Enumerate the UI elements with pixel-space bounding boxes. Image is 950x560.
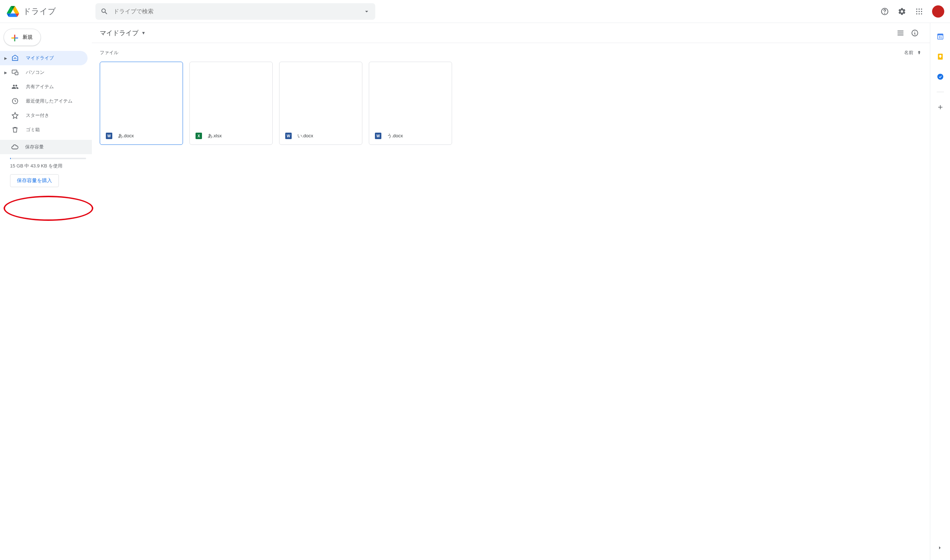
file-name: あ.xlsx	[208, 133, 222, 139]
new-button-label: 新規	[23, 34, 32, 40]
section-label: ファイル	[100, 49, 119, 56]
search-input[interactable]	[113, 8, 363, 15]
help-button[interactable]	[878, 4, 892, 18]
svg-point-5	[916, 11, 918, 12]
files-grid: W あ.docx X あ.xlsx W い.docx	[92, 60, 930, 147]
file-preview	[369, 62, 452, 127]
svg-point-9	[918, 13, 919, 14]
breadcrumb-label: マイドライブ	[100, 29, 139, 37]
svg-point-6	[918, 11, 919, 12]
buy-storage-button[interactable]: 保存容量を購入	[10, 174, 59, 187]
details-button[interactable]	[908, 26, 922, 40]
account-avatar[interactable]	[932, 5, 944, 18]
section-row: ファイル 名前	[92, 43, 930, 60]
svg-point-3	[918, 8, 919, 9]
sidebar-item-mydrive[interactable]: ▶ マイドライブ	[0, 51, 88, 65]
search-options-icon[interactable]	[363, 8, 370, 15]
svg-point-8	[916, 13, 918, 14]
sidebar-item-label: 共有アイテム	[26, 83, 54, 90]
star-icon	[11, 111, 19, 120]
shared-icon	[11, 83, 19, 91]
keep-app-icon[interactable]	[933, 49, 947, 64]
expand-icon[interactable]: ▶	[4, 71, 9, 75]
sidebar-item-label: マイドライブ	[26, 55, 54, 61]
word-icon: W	[106, 133, 112, 139]
sidebar-item-recent[interactable]: 最近使用したアイテム	[0, 94, 88, 108]
plus-icon	[10, 33, 18, 42]
calendar-app-icon[interactable]: 31	[933, 29, 947, 44]
svg-point-2	[916, 8, 918, 9]
list-view-button[interactable]	[893, 26, 908, 40]
sort-label: 名前	[904, 49, 913, 56]
svg-point-7	[921, 11, 922, 12]
sidebar-item-label: スター付き	[26, 112, 49, 118]
word-icon: W	[285, 133, 291, 139]
storage-text: 15 GB 中 43.9 KB を使用	[10, 163, 92, 169]
file-name: い.docx	[298, 133, 313, 139]
app-name: ドライブ	[23, 6, 56, 17]
sidebar-item-label: 最近使用したアイテム	[26, 98, 72, 104]
body: 新規 ▶ マイドライブ ▶ パソコン 共有アイテム	[0, 23, 950, 560]
file-preview	[190, 62, 272, 127]
svg-point-19	[937, 74, 943, 80]
storage-label: 保存容量	[25, 144, 44, 150]
drive-logo-icon	[6, 4, 20, 18]
sidebar-item-label: ゴミ箱	[26, 126, 40, 133]
divider	[937, 92, 944, 92]
file-name: う.docx	[387, 133, 403, 139]
svg-text:31: 31	[939, 35, 942, 39]
tasks-app-icon[interactable]	[933, 69, 947, 84]
new-button[interactable]: 新規	[4, 29, 41, 46]
svg-point-10	[921, 13, 922, 14]
sidebar-item-starred[interactable]: スター付き	[0, 108, 88, 123]
file-card[interactable]: X あ.xlsx	[190, 62, 273, 145]
main: マイドライブ ▼ ファイル 名前	[92, 23, 930, 560]
cloud-icon	[11, 143, 19, 151]
collapse-panel-button[interactable]	[933, 541, 947, 555]
sidebar: 新規 ▶ マイドライブ ▶ パソコン 共有アイテム	[0, 23, 92, 560]
svg-rect-16	[938, 34, 943, 35]
expand-icon[interactable]: ▶	[4, 56, 9, 60]
apps-button[interactable]	[912, 4, 926, 18]
sidebar-item-trash[interactable]: ゴミ箱	[0, 123, 88, 137]
mydrive-icon	[11, 54, 19, 62]
chevron-down-icon: ▼	[141, 31, 146, 35]
sidebar-item-storage[interactable]: 保存容量	[0, 140, 92, 154]
sidebar-item-shared[interactable]: 共有アイテム	[0, 80, 88, 94]
header: ドライブ	[0, 0, 950, 23]
file-name: あ.docx	[118, 133, 134, 139]
computers-icon	[11, 68, 19, 77]
header-tools	[878, 4, 944, 18]
sort-button[interactable]: 名前	[904, 49, 922, 56]
word-icon: W	[375, 133, 381, 139]
sidebar-item-computers[interactable]: ▶ パソコン	[0, 65, 88, 80]
recent-icon	[11, 97, 19, 105]
add-apps-button[interactable]	[933, 100, 947, 114]
arrow-up-icon	[916, 50, 922, 55]
file-card[interactable]: W い.docx	[279, 62, 362, 145]
trash-icon	[11, 126, 19, 134]
search-bar[interactable]	[96, 3, 375, 20]
svg-point-4	[921, 8, 922, 9]
file-preview	[279, 62, 362, 127]
excel-icon: X	[196, 133, 202, 139]
main-header: マイドライブ ▼	[92, 23, 930, 43]
file-card[interactable]: W う.docx	[369, 62, 452, 145]
annotation-circle	[4, 196, 93, 221]
svg-rect-12	[15, 72, 18, 75]
storage-bar	[10, 158, 86, 159]
logo-area[interactable]: ドライブ	[6, 4, 96, 18]
svg-point-1	[885, 13, 885, 13]
side-panel: 31	[930, 23, 950, 560]
breadcrumb[interactable]: マイドライブ ▼	[100, 29, 146, 37]
search-icon	[100, 8, 108, 15]
file-card[interactable]: W あ.docx	[100, 62, 183, 145]
file-preview	[100, 62, 183, 127]
sidebar-item-label: パソコン	[26, 69, 45, 75]
settings-button[interactable]	[895, 4, 909, 18]
